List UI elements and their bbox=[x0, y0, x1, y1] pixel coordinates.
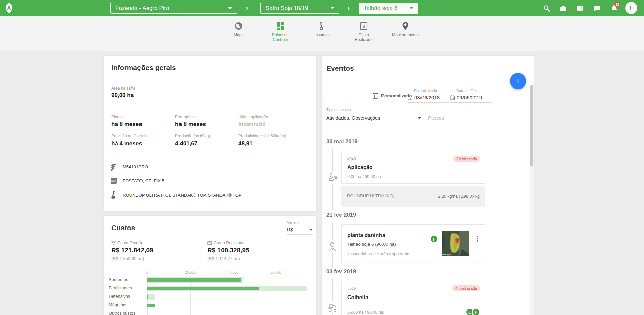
search-icon[interactable] bbox=[542, 4, 551, 12]
budgeted-bar bbox=[147, 294, 155, 300]
breadcrumb-season-dropdown[interactable] bbox=[325, 3, 339, 13]
general-info-card: Informações gerais Área na safra 90,00 h… bbox=[104, 55, 316, 211]
event-area: 66,00 ha / 90,00 ha bbox=[347, 310, 384, 315]
budgeted-cost-value: R$ 121.842,09 bbox=[111, 247, 153, 254]
currency-select[interactable]: R$ bbox=[287, 227, 313, 235]
field-label: Área na safra bbox=[111, 86, 135, 91]
person-input[interactable] bbox=[427, 115, 492, 124]
seeds-icon bbox=[109, 162, 118, 171]
tab-mapa[interactable]: Mapa bbox=[218, 16, 259, 51]
tab-label: Insumos bbox=[314, 33, 329, 37]
funnel-icon bbox=[111, 241, 116, 245]
event-title: Aplicação bbox=[347, 164, 373, 170]
event-card-observacao[interactable]: planta daninha Talhão soja 6 (90,00 ha) … bbox=[341, 224, 485, 263]
event-area: 0,00 ha / 90,00 ha bbox=[347, 174, 381, 179]
realized-cost-label: $ Custo Realizado bbox=[207, 241, 245, 245]
caret-down-icon bbox=[409, 7, 413, 9]
chat-icon[interactable] bbox=[593, 4, 601, 12]
svg-text:A: A bbox=[7, 5, 11, 11]
tab-label: Painel de Controle bbox=[269, 33, 291, 42]
tab-insumos[interactable]: Insumos bbox=[301, 16, 343, 51]
caret-down-icon bbox=[309, 229, 313, 231]
start-date-field: Data de Início bbox=[407, 89, 449, 103]
scrollbar-thumb[interactable] bbox=[530, 85, 533, 166]
realized-bar bbox=[147, 295, 148, 299]
resource-row-seeds: M6410 IPRO bbox=[109, 162, 148, 171]
banknote-icon: $ bbox=[207, 241, 212, 245]
resource-row-fertilizer: NPK FOSFATO, GELFIX 5: bbox=[109, 176, 165, 185]
bar-row bbox=[147, 277, 312, 283]
event-type-label: Tipo de evento bbox=[326, 108, 351, 112]
overdue-badge: 6d atrasada bbox=[453, 156, 480, 162]
globe-icon bbox=[234, 21, 243, 31]
user-avatar: F bbox=[430, 235, 438, 243]
breadcrumb-farm-dropdown[interactable] bbox=[223, 3, 237, 13]
breadcrumb-field-dropdown[interactable] bbox=[404, 3, 418, 13]
event-product-row: ROUNDUP ULTRA (KG) 2,20 kg/ha | 198,00 k… bbox=[341, 186, 485, 207]
event-type-value: Atividades, Observações bbox=[326, 115, 380, 121]
view-in-label: Ver em: bbox=[287, 220, 300, 224]
product-link[interactable]: ROUNDUP ULTRA (KG) bbox=[347, 193, 394, 199]
top-header: A Fazenda - Aegro Pira › Safra Soja 18/1… bbox=[0, 0, 644, 16]
field-label: Produtividade (sc 60kg/ha) bbox=[238, 134, 286, 138]
costs-chart: Sementes Fertilizantes Defensivos Máquin… bbox=[104, 270, 317, 315]
field-value: 90,00 ha bbox=[111, 92, 134, 99]
more-options-icon[interactable] bbox=[475, 236, 481, 246]
tab-label: Custo Realizado bbox=[353, 33, 375, 42]
tab-custo-realizado[interactable]: $ Custo Realizado bbox=[343, 16, 385, 51]
event-title: Colheita bbox=[347, 294, 368, 301]
field-label: Produção (sc 60kg) bbox=[175, 134, 210, 138]
manual-book-icon[interactable] bbox=[576, 4, 584, 12]
start-date-label: Data de Início bbox=[414, 89, 449, 93]
npk-bag-icon: NPK bbox=[109, 176, 118, 185]
briefcase-icon[interactable] bbox=[559, 4, 567, 12]
events-scrollbar[interactable] bbox=[530, 85, 534, 315]
event-code: #040 bbox=[347, 157, 356, 161]
start-date-input[interactable] bbox=[414, 95, 445, 100]
general-info-title: Informações gerais bbox=[111, 64, 176, 72]
date-preset-button[interactable]: Personalizado bbox=[372, 93, 412, 99]
field-label: Previsão de Colheita bbox=[111, 134, 149, 138]
dollar-doc-icon: $ bbox=[359, 21, 368, 31]
event-card-aplicacao[interactable]: #040 6d atrasada Aplicação 0,00 ha / 90,… bbox=[341, 151, 485, 184]
end-date-input[interactable] bbox=[457, 95, 488, 100]
add-event-button[interactable]: + bbox=[510, 73, 526, 89]
notification-badge: 12 bbox=[614, 2, 620, 7]
chart-plot-area: 0 20.000 40.000 60.000 bbox=[147, 270, 312, 315]
harvester-icon bbox=[327, 301, 338, 313]
breadcrumb-field[interactable]: Talhão soja 6 bbox=[359, 3, 418, 14]
profile-avatar[interactable]: F bbox=[625, 2, 637, 14]
budgeted-cost-per-ha: (R$ 1.353,80 ha) bbox=[111, 256, 144, 261]
realized-cost-per-ha: (R$ 1.114,77 ha) bbox=[207, 256, 240, 261]
breadcrumb-separator: › bbox=[347, 4, 350, 12]
breadcrumb-season-label: Safra Soja 18/19 bbox=[261, 5, 325, 12]
leaf-logo-icon: A bbox=[3, 2, 15, 14]
aegro-logo[interactable]: A bbox=[3, 2, 15, 14]
breadcrumb-farm-label: Fazenda - Aegro Pira bbox=[111, 5, 223, 12]
tab-label: Mapa bbox=[234, 33, 244, 37]
tab-monitoramento[interactable]: Monitoramento bbox=[385, 16, 426, 51]
realized-cost-value: R$ 100.328,95 bbox=[207, 247, 249, 254]
tab-label: Monitoramento bbox=[392, 33, 419, 37]
event-subtitle: Talhão soja 6 (90,00 ha) bbox=[347, 242, 396, 247]
resource-text: M6410 IPRO bbox=[123, 164, 148, 169]
caret-down-icon bbox=[418, 117, 421, 119]
realized-bar bbox=[147, 287, 259, 290]
field-label: Emergência bbox=[175, 115, 197, 119]
field-map-thumbnail[interactable]: Google bbox=[442, 231, 469, 256]
field-value: há 8 meses bbox=[111, 121, 142, 128]
x-axis-tick: 60.000 bbox=[271, 270, 281, 274]
event-type-select[interactable]: Atividades, Observações bbox=[326, 115, 422, 124]
tab-painel-de-controle[interactable]: Painel de Controle bbox=[259, 16, 301, 51]
breadcrumb-season[interactable]: Safra Soja 18/19 bbox=[260, 3, 339, 14]
field-label: Plantio bbox=[111, 115, 124, 119]
notifications-bell-icon[interactable]: 12 bbox=[610, 4, 618, 12]
dashboard-icon bbox=[276, 21, 285, 31]
field-value: há 4 meses bbox=[111, 140, 142, 147]
realized-bar bbox=[147, 278, 241, 282]
breadcrumb-farm[interactable]: Fazenda - Aegro Pira bbox=[110, 3, 237, 14]
caret-down-icon bbox=[228, 7, 232, 9]
x-axis-tick: 20.000 bbox=[185, 270, 195, 274]
svg-text:NPK: NPK bbox=[111, 180, 116, 182]
event-card-colheita[interactable]: #035 4m atrasada Colheita 66,00 ha / 90,… bbox=[341, 281, 485, 315]
